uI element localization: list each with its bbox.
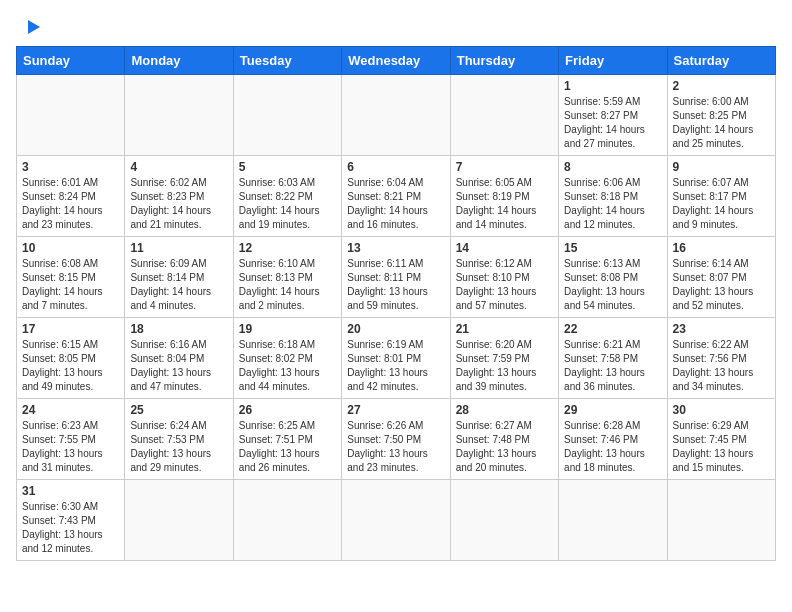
calendar-cell bbox=[125, 480, 233, 561]
day-info: Sunrise: 6:29 AM Sunset: 7:45 PM Dayligh… bbox=[673, 419, 770, 475]
calendar-cell: 31Sunrise: 6:30 AM Sunset: 7:43 PM Dayli… bbox=[17, 480, 125, 561]
calendar-cell bbox=[342, 75, 450, 156]
day-info: Sunrise: 6:09 AM Sunset: 8:14 PM Dayligh… bbox=[130, 257, 227, 313]
day-number: 8 bbox=[564, 160, 661, 174]
logo-icon bbox=[20, 16, 42, 38]
day-number: 21 bbox=[456, 322, 553, 336]
day-number: 25 bbox=[130, 403, 227, 417]
calendar-cell: 28Sunrise: 6:27 AM Sunset: 7:48 PM Dayli… bbox=[450, 399, 558, 480]
calendar-cell bbox=[450, 75, 558, 156]
calendar-cell bbox=[125, 75, 233, 156]
day-info: Sunrise: 6:14 AM Sunset: 8:07 PM Dayligh… bbox=[673, 257, 770, 313]
day-number: 26 bbox=[239, 403, 336, 417]
calendar-cell: 22Sunrise: 6:21 AM Sunset: 7:58 PM Dayli… bbox=[559, 318, 667, 399]
day-number: 30 bbox=[673, 403, 770, 417]
day-info: Sunrise: 6:19 AM Sunset: 8:01 PM Dayligh… bbox=[347, 338, 444, 394]
day-info: Sunrise: 6:13 AM Sunset: 8:08 PM Dayligh… bbox=[564, 257, 661, 313]
calendar-cell: 19Sunrise: 6:18 AM Sunset: 8:02 PM Dayli… bbox=[233, 318, 341, 399]
calendar-cell: 15Sunrise: 6:13 AM Sunset: 8:08 PM Dayli… bbox=[559, 237, 667, 318]
day-number: 9 bbox=[673, 160, 770, 174]
calendar-cell: 11Sunrise: 6:09 AM Sunset: 8:14 PM Dayli… bbox=[125, 237, 233, 318]
day-number: 19 bbox=[239, 322, 336, 336]
calendar-cell bbox=[17, 75, 125, 156]
day-info: Sunrise: 6:28 AM Sunset: 7:46 PM Dayligh… bbox=[564, 419, 661, 475]
calendar-cell: 2Sunrise: 6:00 AM Sunset: 8:25 PM Daylig… bbox=[667, 75, 775, 156]
day-number: 2 bbox=[673, 79, 770, 93]
day-info: Sunrise: 6:05 AM Sunset: 8:19 PM Dayligh… bbox=[456, 176, 553, 232]
calendar-cell: 13Sunrise: 6:11 AM Sunset: 8:11 PM Dayli… bbox=[342, 237, 450, 318]
day-info: Sunrise: 6:11 AM Sunset: 8:11 PM Dayligh… bbox=[347, 257, 444, 313]
calendar-cell: 6Sunrise: 6:04 AM Sunset: 8:21 PM Daylig… bbox=[342, 156, 450, 237]
day-number: 11 bbox=[130, 241, 227, 255]
calendar-cell: 7Sunrise: 6:05 AM Sunset: 8:19 PM Daylig… bbox=[450, 156, 558, 237]
calendar-week-4: 17Sunrise: 6:15 AM Sunset: 8:05 PM Dayli… bbox=[17, 318, 776, 399]
calendar-cell bbox=[559, 480, 667, 561]
calendar-cell: 14Sunrise: 6:12 AM Sunset: 8:10 PM Dayli… bbox=[450, 237, 558, 318]
day-number: 29 bbox=[564, 403, 661, 417]
calendar-cell: 10Sunrise: 6:08 AM Sunset: 8:15 PM Dayli… bbox=[17, 237, 125, 318]
day-number: 12 bbox=[239, 241, 336, 255]
day-info: Sunrise: 6:25 AM Sunset: 7:51 PM Dayligh… bbox=[239, 419, 336, 475]
weekday-header-tuesday: Tuesday bbox=[233, 47, 341, 75]
day-info: Sunrise: 6:15 AM Sunset: 8:05 PM Dayligh… bbox=[22, 338, 119, 394]
day-info: Sunrise: 6:23 AM Sunset: 7:55 PM Dayligh… bbox=[22, 419, 119, 475]
day-number: 7 bbox=[456, 160, 553, 174]
calendar-week-1: 1Sunrise: 5:59 AM Sunset: 8:27 PM Daylig… bbox=[17, 75, 776, 156]
logo bbox=[16, 16, 42, 38]
day-info: Sunrise: 6:00 AM Sunset: 8:25 PM Dayligh… bbox=[673, 95, 770, 151]
day-number: 10 bbox=[22, 241, 119, 255]
day-number: 17 bbox=[22, 322, 119, 336]
day-number: 18 bbox=[130, 322, 227, 336]
day-number: 20 bbox=[347, 322, 444, 336]
calendar-cell: 21Sunrise: 6:20 AM Sunset: 7:59 PM Dayli… bbox=[450, 318, 558, 399]
svg-marker-0 bbox=[28, 20, 40, 34]
day-number: 27 bbox=[347, 403, 444, 417]
day-info: Sunrise: 6:20 AM Sunset: 7:59 PM Dayligh… bbox=[456, 338, 553, 394]
page-header bbox=[16, 16, 776, 38]
weekday-header-friday: Friday bbox=[559, 47, 667, 75]
day-info: Sunrise: 6:04 AM Sunset: 8:21 PM Dayligh… bbox=[347, 176, 444, 232]
day-number: 16 bbox=[673, 241, 770, 255]
day-info: Sunrise: 6:08 AM Sunset: 8:15 PM Dayligh… bbox=[22, 257, 119, 313]
day-info: Sunrise: 6:27 AM Sunset: 7:48 PM Dayligh… bbox=[456, 419, 553, 475]
calendar-cell bbox=[233, 75, 341, 156]
calendar-cell: 16Sunrise: 6:14 AM Sunset: 8:07 PM Dayli… bbox=[667, 237, 775, 318]
day-info: Sunrise: 6:16 AM Sunset: 8:04 PM Dayligh… bbox=[130, 338, 227, 394]
calendar-cell: 9Sunrise: 6:07 AM Sunset: 8:17 PM Daylig… bbox=[667, 156, 775, 237]
calendar-week-3: 10Sunrise: 6:08 AM Sunset: 8:15 PM Dayli… bbox=[17, 237, 776, 318]
day-info: Sunrise: 6:18 AM Sunset: 8:02 PM Dayligh… bbox=[239, 338, 336, 394]
day-number: 3 bbox=[22, 160, 119, 174]
calendar-cell: 5Sunrise: 6:03 AM Sunset: 8:22 PM Daylig… bbox=[233, 156, 341, 237]
calendar-week-5: 24Sunrise: 6:23 AM Sunset: 7:55 PM Dayli… bbox=[17, 399, 776, 480]
day-number: 24 bbox=[22, 403, 119, 417]
weekday-header-saturday: Saturday bbox=[667, 47, 775, 75]
weekday-header-sunday: Sunday bbox=[17, 47, 125, 75]
day-number: 14 bbox=[456, 241, 553, 255]
calendar-cell: 18Sunrise: 6:16 AM Sunset: 8:04 PM Dayli… bbox=[125, 318, 233, 399]
calendar-cell bbox=[342, 480, 450, 561]
day-info: Sunrise: 6:30 AM Sunset: 7:43 PM Dayligh… bbox=[22, 500, 119, 556]
day-info: Sunrise: 6:21 AM Sunset: 7:58 PM Dayligh… bbox=[564, 338, 661, 394]
weekday-header-row: SundayMondayTuesdayWednesdayThursdayFrid… bbox=[17, 47, 776, 75]
calendar-week-6: 31Sunrise: 6:30 AM Sunset: 7:43 PM Dayli… bbox=[17, 480, 776, 561]
calendar-cell bbox=[233, 480, 341, 561]
day-info: Sunrise: 6:10 AM Sunset: 8:13 PM Dayligh… bbox=[239, 257, 336, 313]
weekday-header-wednesday: Wednesday bbox=[342, 47, 450, 75]
day-number: 6 bbox=[347, 160, 444, 174]
day-number: 4 bbox=[130, 160, 227, 174]
calendar-cell: 20Sunrise: 6:19 AM Sunset: 8:01 PM Dayli… bbox=[342, 318, 450, 399]
calendar-cell: 23Sunrise: 6:22 AM Sunset: 7:56 PM Dayli… bbox=[667, 318, 775, 399]
day-info: Sunrise: 6:03 AM Sunset: 8:22 PM Dayligh… bbox=[239, 176, 336, 232]
calendar-cell: 24Sunrise: 6:23 AM Sunset: 7:55 PM Dayli… bbox=[17, 399, 125, 480]
calendar-cell: 29Sunrise: 6:28 AM Sunset: 7:46 PM Dayli… bbox=[559, 399, 667, 480]
weekday-header-monday: Monday bbox=[125, 47, 233, 75]
calendar-cell: 1Sunrise: 5:59 AM Sunset: 8:27 PM Daylig… bbox=[559, 75, 667, 156]
day-info: Sunrise: 6:12 AM Sunset: 8:10 PM Dayligh… bbox=[456, 257, 553, 313]
calendar-cell bbox=[450, 480, 558, 561]
day-number: 13 bbox=[347, 241, 444, 255]
day-info: Sunrise: 5:59 AM Sunset: 8:27 PM Dayligh… bbox=[564, 95, 661, 151]
day-info: Sunrise: 6:01 AM Sunset: 8:24 PM Dayligh… bbox=[22, 176, 119, 232]
calendar-table: SundayMondayTuesdayWednesdayThursdayFrid… bbox=[16, 46, 776, 561]
calendar-cell bbox=[667, 480, 775, 561]
calendar-week-2: 3Sunrise: 6:01 AM Sunset: 8:24 PM Daylig… bbox=[17, 156, 776, 237]
